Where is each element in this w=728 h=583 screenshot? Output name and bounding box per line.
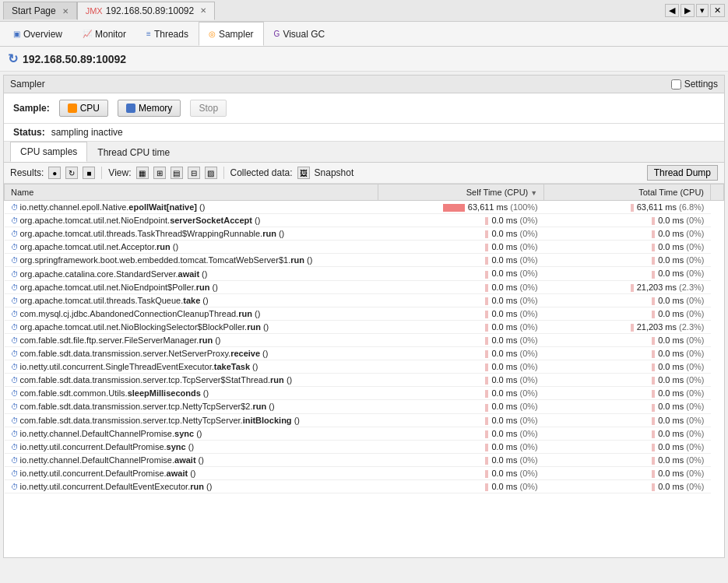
self-time-pct: (0%): [520, 482, 538, 491]
table-row[interactable]: ⏱io.netty.channel.DefaultChannelPromise.…: [5, 453, 724, 466]
total-bar: [652, 444, 655, 451]
view-icon-btn[interactable]: ▦: [136, 167, 149, 179]
settings-checkbox[interactable]: [671, 79, 681, 90]
table-row[interactable]: ⏱org.apache.tomcat.util.net.Acceptor.run…: [5, 241, 724, 254]
row-name-cell: ⏱com.fable.sdt.data.transmission.server.…: [5, 400, 378, 413]
self-bar: [485, 337, 488, 345]
tab-jmx-label: 192.168.50.89:10092: [106, 5, 194, 16]
toolbar-monitor[interactable]: 📈 Monitor: [72, 22, 136, 46]
row-self-time-cell: 0.0 ms (0%): [378, 413, 544, 427]
row-name-bold: run: [262, 229, 276, 238]
table-row[interactable]: ⏱io.netty.util.concurrent.DefaultPromise…: [5, 466, 724, 479]
row-total-time-cell: 0.0 ms (0%): [544, 307, 711, 320]
sub-tab-thread-cpu-time[interactable]: Thread CPU time: [87, 142, 180, 162]
table-row[interactable]: ⏱com.fable.sdt.data.transmission.server.…: [5, 400, 724, 413]
row-name-bold: epollWait[native]: [128, 202, 197, 212]
tab-start-page[interactable]: Start Page ✕: [3, 2, 77, 19]
total-bar: [631, 284, 634, 292]
table-row[interactable]: ⏱io.netty.util.concurrent.DefaultEventEx…: [5, 479, 724, 493]
self-time-value: 0.0 ms: [491, 416, 519, 425]
self-bar: [485, 324, 488, 332]
toolbar-sampler[interactable]: ◎ Sampler: [199, 22, 264, 46]
nav-menu-button[interactable]: ▾: [696, 4, 709, 17]
self-time-pct: (100%): [510, 202, 537, 212]
self-bar: [485, 417, 488, 425]
table-row[interactable]: ⏱org.apache.catalina.core.StandardServer…: [5, 267, 724, 280]
total-time-pct: (0%): [686, 482, 704, 491]
tab-jmx-connection[interactable]: JMX 192.168.50.89:10092 ✕: [77, 2, 215, 20]
table-row[interactable]: ⏱io.netty.channel.epoll.Native.epollWait…: [5, 201, 724, 214]
row-total-time-cell: 0.0 ms (0%): [544, 440, 711, 453]
table-row[interactable]: ⏱com.fable.sdt.data.transmission.server.…: [5, 374, 724, 387]
sub-tab-cpu-samples[interactable]: CPU samples: [10, 142, 87, 162]
total-time-value: 0.0 ms: [658, 375, 686, 385]
col-header-self-time[interactable]: Self Time (CPU) ▼: [378, 184, 544, 201]
table-row[interactable]: ⏱io.netty.channel.DefaultChannelPromise.…: [5, 427, 724, 440]
total-time-value: 0.0 ms: [658, 388, 686, 398]
view-grid-btn[interactable]: ⊞: [153, 167, 166, 179]
table-row[interactable]: ⏱com.fable.sdt.file.ftp.server.FileServe…: [5, 333, 724, 346]
self-time-value: 0.0 ms: [491, 216, 519, 225]
table-row[interactable]: ⏱org.apache.tomcat.util.net.NioBlockingS…: [5, 320, 724, 333]
row-name-prefix: com.fable.sdt.data.transmission.server.t…: [20, 375, 271, 385]
memory-button[interactable]: Memory: [118, 100, 181, 117]
total-bar: [631, 324, 634, 332]
total-bar: [652, 483, 655, 491]
toolbar-threads[interactable]: ≡ Threads: [136, 22, 199, 46]
toolbar-overview[interactable]: ▣ Overview: [3, 22, 72, 46]
toolbar-monitor-label: Monitor: [95, 29, 126, 40]
row-name-suffix: (): [186, 442, 194, 451]
view-filter-btn[interactable]: ⊟: [188, 167, 200, 179]
row-name-prefix: org.apache.tomcat.util.threads.TaskThrea…: [20, 229, 263, 238]
self-time-value: 0.0 ms: [491, 482, 519, 491]
toolbar-visual-gc[interactable]: G Visual GC: [264, 22, 336, 46]
table-row[interactable]: ⏱com.fable.sdt.data.transmission.server.…: [5, 413, 724, 427]
row-name-bold: run: [247, 322, 261, 332]
self-bar: [485, 470, 488, 478]
table-container[interactable]: Name Self Time (CPU) ▼ Total Time (CPU) …: [4, 184, 724, 557]
clock-icon: ⏱: [11, 270, 19, 279]
results-refresh-btn[interactable]: ↻: [65, 167, 78, 179]
table-row[interactable]: ⏱org.apache.tomcat.util.net.NioEndpoint$…: [5, 280, 724, 293]
results-save-btn[interactable]: ■: [83, 167, 95, 179]
table-row[interactable]: ⏱org.apache.tomcat.util.threads.TaskQueu…: [5, 293, 724, 307]
table-row[interactable]: ⏱io.netty.util.concurrent.SingleThreadEv…: [5, 360, 724, 374]
row-total-time-cell: 0.0 ms (0%): [544, 227, 711, 241]
view-palette-btn[interactable]: ▨: [205, 167, 217, 179]
table-row[interactable]: ⏱com.fable.sdt.data.transmission.server.…: [5, 347, 724, 360]
col-header-total-time[interactable]: Total Time (CPU): [544, 184, 711, 201]
total-time-value: 0.0 ms: [658, 335, 686, 345]
nav-back-button[interactable]: ◀: [665, 4, 679, 17]
table-row[interactable]: ⏱io.netty.util.concurrent.DefaultPromise…: [5, 440, 724, 453]
snapshot-label: Snapshot: [315, 167, 354, 178]
table-row[interactable]: ⏱org.apache.tomcat.util.net.NioEndpoint.…: [5, 214, 724, 227]
results-label: Results:: [10, 167, 44, 178]
row-name-suffix: (): [250, 362, 258, 371]
stop-button[interactable]: Stop: [190, 100, 227, 117]
row-name-prefix: com.fable.sdt.data.transmission.server.t…: [20, 402, 253, 411]
snapshot-icon-btn[interactable]: 🖼: [297, 167, 310, 179]
row-name-suffix: (): [204, 482, 212, 491]
row-name-cell: ⏱io.netty.channel.DefaultChannelPromise.…: [5, 427, 378, 440]
table-row[interactable]: ⏱org.apache.tomcat.util.threads.TaskThre…: [5, 227, 724, 241]
results-circle-btn[interactable]: ●: [48, 167, 61, 179]
tab-jmx-close[interactable]: ✕: [200, 6, 206, 15]
table-row[interactable]: ⏱com.fable.sdt.common.Utils.sleepMillise…: [5, 387, 724, 400]
table-row[interactable]: ⏱com.mysql.cj.jdbc.AbandonedConnectionCl…: [5, 307, 724, 320]
cpu-button[interactable]: CPU: [59, 100, 108, 117]
nav-forward-button[interactable]: ▶: [681, 4, 695, 17]
tab-start-page-close[interactable]: ✕: [62, 7, 69, 16]
row-total-time-cell: 0.0 ms (0%): [544, 479, 711, 493]
view-tree-btn[interactable]: ▤: [171, 167, 183, 179]
thread-dump-button[interactable]: Thread Dump: [647, 165, 718, 181]
self-time-pct: (0%): [520, 388, 538, 398]
self-bar: [485, 404, 488, 412]
self-bar: [485, 390, 488, 398]
nav-close-button[interactable]: ✕: [710, 4, 725, 17]
table-row[interactable]: ⏱org.springframework.boot.web.embedded.t…: [5, 254, 724, 267]
self-time-value: 0.0 ms: [491, 469, 519, 478]
clock-icon: ⏱: [11, 363, 19, 371]
sample-controls: Sample: CPU Memory Stop: [4, 93, 724, 124]
row-name-prefix: org.apache.tomcat.util.net.NioEndpoint.: [20, 216, 171, 225]
col-header-name[interactable]: Name: [5, 184, 378, 201]
